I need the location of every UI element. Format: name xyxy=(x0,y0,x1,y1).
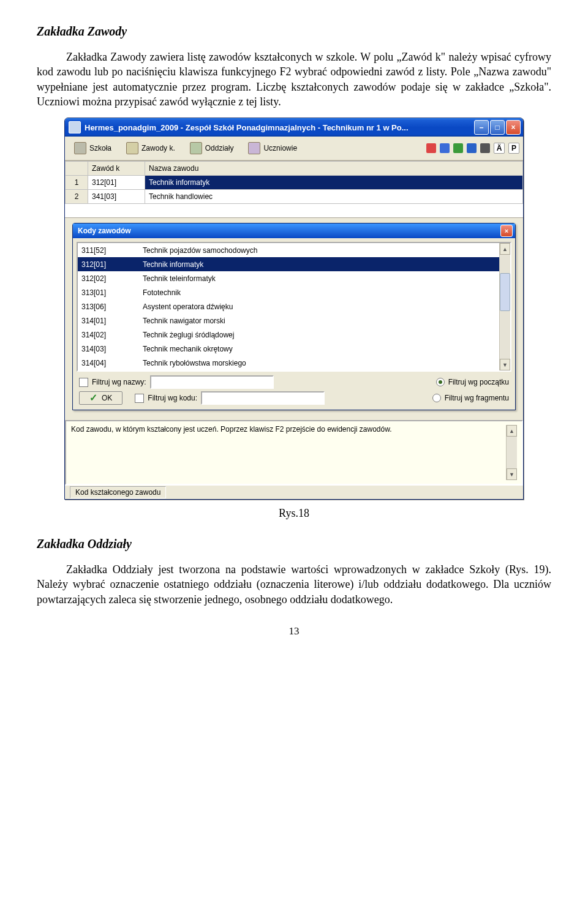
list-item-name: Technik mechanik okrętowy xyxy=(143,345,496,353)
dialog-titlebar: Kody zawodów × xyxy=(73,223,515,238)
list-item-name: Technik teleinformatyk xyxy=(143,274,496,283)
group-icon xyxy=(190,142,202,154)
grid-cell-code[interactable]: 312[01] xyxy=(88,176,145,190)
list-item[interactable]: 314[04]Technik rybołówstwa morskiego xyxy=(78,356,499,370)
filter-by-name-label: Filtruj wg nazwy: xyxy=(92,378,146,386)
filter-by-fragment-label: Filtruj wg fragmentu xyxy=(445,394,509,402)
list-item[interactable]: 314[02]Technik żeglugi śródlądowej xyxy=(78,328,499,342)
list-item-code: 312[01] xyxy=(81,260,143,269)
list-item-name: Asystent operatora dźwięku xyxy=(143,302,496,311)
grid-row-number: 1 xyxy=(66,176,88,190)
list-item-name: Technik żeglugi śródlądowej xyxy=(143,331,496,339)
grid-cell-name[interactable]: Technik informatyk xyxy=(145,176,523,190)
list-item-code: 313[01] xyxy=(81,288,143,297)
grid-header-name[interactable]: Nazwa zawodu xyxy=(145,162,523,176)
status-text: Kod kształconego zawodu xyxy=(70,486,166,498)
toolbar-letter-p[interactable]: P xyxy=(508,143,519,154)
list-item-name: Fototechnik xyxy=(143,288,496,297)
scroll-thumb[interactable] xyxy=(500,273,510,311)
list-item-code: 312[02] xyxy=(81,274,143,283)
grid-cell-name[interactable]: Technik handlowiec xyxy=(145,190,523,204)
figure-caption: Rys.18 xyxy=(37,507,551,520)
scroll-up-icon[interactable]: ▲ xyxy=(507,425,517,437)
toolbar-tab-uczniowie[interactable]: Uczniowie xyxy=(243,140,303,157)
toolbar-action-2-icon[interactable] xyxy=(440,143,450,153)
scroll-down-icon[interactable]: ▼ xyxy=(500,359,510,370)
list-item[interactable]: 312[02]Technik teleinformatyk xyxy=(78,271,499,285)
list-item-code: 314[04] xyxy=(81,359,143,367)
ok-button-label: OK xyxy=(102,394,112,402)
filter-by-start-radio[interactable] xyxy=(436,378,445,386)
list-item-code: 314[03] xyxy=(81,345,143,353)
list-item[interactable]: 311[52]Technik pojazdów samochodowych xyxy=(78,243,499,257)
toolbar-tab-oddzialy[interactable]: Oddziały xyxy=(184,140,239,157)
book-icon xyxy=(126,142,138,154)
list-item-name: Technik nawigator morski xyxy=(143,317,496,325)
school-icon xyxy=(74,142,86,154)
list-item-code: 313[06] xyxy=(81,302,143,311)
hint-box: Kod zawodu, w którym kształcony jest ucz… xyxy=(65,420,523,485)
close-button[interactable]: × xyxy=(506,120,521,135)
save-icon[interactable] xyxy=(467,143,477,153)
filter-by-name-input[interactable] xyxy=(150,375,274,389)
checkmark-icon: ✓ xyxy=(89,394,98,402)
status-bar: Kod kształconego zawodu xyxy=(65,485,523,499)
scroll-down-icon[interactable]: ▼ xyxy=(507,468,517,480)
list-item[interactable]: 313[01]Fototechnik xyxy=(78,285,499,299)
toolbar-action-1-icon[interactable] xyxy=(426,143,436,153)
list-item[interactable]: 312[01]Technik informatyk xyxy=(78,257,499,271)
table-row[interactable]: 2 341[03] Technik handlowiec xyxy=(66,190,523,204)
list-item[interactable]: 313[06]Asystent operatora dźwięku xyxy=(78,299,499,314)
toolbar-action-3-icon[interactable] xyxy=(453,143,463,153)
toolbar-label: Oddziały xyxy=(205,144,234,152)
filter-by-code-checkbox[interactable] xyxy=(135,394,144,403)
filter-by-start-label: Filtruj wg początku xyxy=(448,378,509,386)
toolbar-tab-szkola[interactable]: Szkoła xyxy=(69,140,117,157)
ok-button[interactable]: ✓ OK xyxy=(79,391,123,405)
grid-header-code[interactable]: Zawód k xyxy=(88,162,145,176)
dialog-title: Kody zawodów xyxy=(78,227,500,235)
minimize-button[interactable]: – xyxy=(474,120,489,135)
list-item-code: 314[02] xyxy=(81,331,143,339)
find-icon[interactable] xyxy=(480,143,490,153)
app-window: Hermes_ponadgim_2009 - Zespół Szkół Pona… xyxy=(64,118,524,500)
grid-cell-code[interactable]: 341[03] xyxy=(88,190,145,204)
kody-zawodow-dialog: Kody zawodów × 311[52]Technik pojazdów s… xyxy=(72,223,516,410)
section-para-oddzialy: Zakładka Oddziały jest tworzona na podst… xyxy=(37,562,551,607)
list-item[interactable]: 314[01]Technik nawigator morski xyxy=(78,314,499,328)
window-titlebar: Hermes_ponadgim_2009 - Zespół Szkół Pona… xyxy=(65,118,523,137)
list-item-code: 311[52] xyxy=(81,246,143,255)
table-row[interactable]: 1 312[01] Technik informatyk xyxy=(66,176,523,190)
zawody-listbox[interactable]: 311[52]Technik pojazdów samochodowych312… xyxy=(77,242,511,372)
zawody-grid[interactable]: Zawód k Nazwa zawodu 1 312[01] Technik i… xyxy=(65,160,523,218)
section-heading-zawody: Zakładka Zawody xyxy=(37,24,551,39)
list-item[interactable]: 314[03]Technik mechanik okrętowy xyxy=(78,342,499,356)
list-item-code: 314[01] xyxy=(81,317,143,325)
hint-scrollbar[interactable]: ▲ ▼ xyxy=(506,425,517,480)
hint-text: Kod zawodu, w którym kształcony jest ucz… xyxy=(71,425,506,480)
list-item-name: Technik rybołówstwa morskiego xyxy=(143,359,496,367)
scroll-up-icon[interactable]: ▲ xyxy=(500,243,510,255)
app-icon xyxy=(69,121,81,133)
toolbar-letter-a[interactable]: Ä xyxy=(494,143,505,154)
maximize-button[interactable]: □ xyxy=(490,120,505,135)
screenshot-figure: Hermes_ponadgim_2009 - Zespół Szkół Pona… xyxy=(64,118,524,500)
list-item-name: Technik informatyk xyxy=(143,260,496,269)
section-para-zawody: Zakładka Zawody zawiera listę zawodów ks… xyxy=(37,50,551,109)
window-title: Hermes_ponadgim_2009 - Zespół Szkół Pona… xyxy=(85,123,474,132)
dialog-close-button[interactable]: × xyxy=(500,225,513,237)
toolbar-label: Szkoła xyxy=(89,144,111,152)
toolbar-tab-zawody[interactable]: Zawody k. xyxy=(121,140,181,157)
section-heading-oddzialy: Zakładka Oddziały xyxy=(37,537,551,551)
list-scrollbar[interactable]: ▲ ▼ xyxy=(499,243,510,370)
toolbar-label: Uczniowie xyxy=(263,144,297,152)
filter-by-code-label: Filtruj wg kodu: xyxy=(148,394,197,402)
main-toolbar: Szkoła Zawody k. Oddziały Uczniowie Ä P xyxy=(65,137,523,160)
filter-by-code-input[interactable] xyxy=(201,391,325,405)
page-number: 13 xyxy=(37,625,551,637)
person-icon xyxy=(248,142,260,154)
grid-row-number: 2 xyxy=(66,190,88,204)
filter-by-fragment-radio[interactable] xyxy=(432,394,441,402)
list-item-name: Technik pojazdów samochodowych xyxy=(143,246,496,255)
filter-by-name-checkbox[interactable] xyxy=(79,378,88,387)
